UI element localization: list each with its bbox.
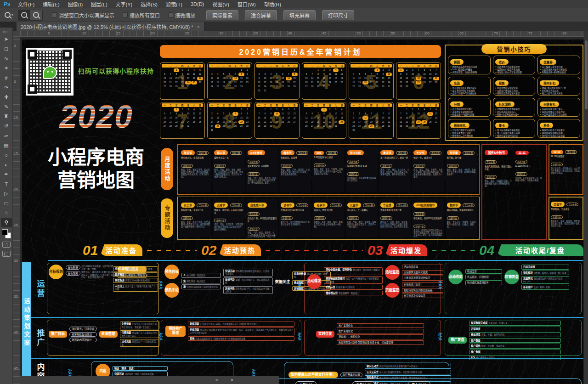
lane-arrow: ≫ ≫ ≫ <box>438 281 442 289</box>
screen-mode-button[interactable] <box>2 251 11 257</box>
promo-goal-list: 浅层曝光，引流获客老客持续互动激活激活站内沉默客户 <box>69 327 97 342</box>
options-button[interactable]: 填充屏幕 <box>283 10 316 20</box>
options-button[interactable]: 实际像素 <box>206 10 238 20</box>
tool-button[interactable]: ▭ <box>1 198 12 208</box>
tip-label: 分销 <box>450 102 464 107</box>
color-swatches[interactable] <box>2 229 11 238</box>
option-checkbox[interactable]: 调整窗口大小以满屏显示 <box>52 11 114 19</box>
event-label: 520 <box>314 151 324 155</box>
event-industry: 食品、美妆、日用品等，可借品牌用户推出'金鼠闹元宵'活动并衍生进行引流曝光。 <box>214 223 243 231</box>
phase-dashes <box>147 250 197 251</box>
menu-bar: Ps 文件(F)编辑(E)图像(I)图层(L)文字(Y)选择(S)滤镜(T)3D… <box>0 0 588 8</box>
mindmap-node: 渠道数据完成度有奖活动、行事记录 <box>469 321 561 326</box>
send-time-pill: 上午8:00 <box>295 381 317 384</box>
lane-arrow: ≫ ≫ ≫ <box>438 333 442 341</box>
option-checkbox[interactable]: 缩放所有窗口 <box>123 11 160 19</box>
event-card: 年中大促 活动主题 年中购好物 狂欢 6.18 适销行业 全品类普适，是年中优惠… <box>346 147 378 192</box>
tips-grid: 拼团 拼团商品选高性价比引流款2~3人成团成功率最高老带新裂变，快速拉新获客 砍… <box>448 56 580 138</box>
calendar-month: 一二三四五六日101234567891011121314151617181920… <box>302 102 347 139</box>
close-icon[interactable]: × <box>197 24 199 29</box>
tool-button[interactable]: ▷ <box>1 189 12 198</box>
menu-item[interactable]: 图像(I) <box>64 0 87 8</box>
vertical-scrollbar[interactable] <box>584 31 588 384</box>
send-time-pill: 晚上22:00 <box>408 381 431 384</box>
tip-line: 新客进店券+满减叠加玩法 <box>540 71 578 74</box>
send-time: 晚上22:00 全天曝光最高点 <box>405 381 434 384</box>
foreground-color-swatch[interactable] <box>2 229 8 235</box>
plan-list: 绘制生意图销售节奏 / 生意节奏 / 预算确定商品选品 / 定价 / 排期 / … <box>113 266 158 292</box>
menu-item[interactable]: 编辑(E) <box>39 0 64 8</box>
menu-item[interactable]: 文字(Y) <box>112 0 137 8</box>
tool-button[interactable]: ✒ <box>1 169 12 179</box>
close-icon[interactable]: × <box>231 378 233 383</box>
chevron-down-icon[interactable]: ▾ <box>11 13 13 17</box>
scrollbar-thumb[interactable] <box>585 40 588 109</box>
options-button[interactable]: 打印尺寸 <box>322 10 354 20</box>
menu-item[interactable]: 文件(F) <box>14 0 39 8</box>
menu-item[interactable]: 选择(S) <box>136 0 162 8</box>
zoom-tool-icon <box>5 12 11 18</box>
tool-button[interactable]: T <box>1 179 12 189</box>
zoom-in-button[interactable]: + <box>18 10 30 20</box>
industry-tag: 适销行业 <box>447 216 459 220</box>
mindmap-node: 提问互动式阅读与自己有关的文章题目每个人的天分。 <box>365 364 451 369</box>
checkbox-icon[interactable] <box>168 12 173 17</box>
tool-button[interactable]: ☝ <box>1 208 12 218</box>
watch1-list: 活动商品库存店铺整体流量转化效果主推商品流量及转化情况 <box>402 265 443 281</box>
tip-line: 秒杀后引导逛店沉淀流量 <box>540 135 578 137</box>
mindmap-node: 高打开率的标题 <box>340 373 363 377</box>
menu-item[interactable]: 帮助(H) <box>260 0 285 8</box>
tool-button[interactable]: ∿ <box>1 54 12 63</box>
event-industry: 鲜花、美妆、服饰、家居、数码等，可设置情人节专属礼盒，单身人群更需宠爱自己，情侣… <box>214 169 243 178</box>
menu-item[interactable]: 窗口(W) <box>233 0 260 8</box>
tool-button[interactable]: ♜ <box>1 112 12 121</box>
checkbox-icon[interactable] <box>123 12 128 17</box>
collapse-icon[interactable]: « <box>215 378 218 383</box>
event-label: 12.12 <box>551 150 563 154</box>
tip-card: 优惠券 券门槛要与客单价匹配大促前发放大额券引爆业绩新客进店券+满减叠加玩法 <box>537 56 580 74</box>
tool-button[interactable]: ▱ <box>1 131 12 141</box>
monthly-events: 年货节 活动主题 跨年嗨大礼，年货提前购 适销行业 食品、生鲜、家居百货等，结合… <box>177 144 480 195</box>
tool-button[interactable]: ◐ <box>1 160 12 169</box>
phase-dashes <box>432 250 476 251</box>
tool-button[interactable]: ◻ <box>1 44 12 54</box>
lane-arrow: ≫ ≫ ≫ <box>159 281 163 289</box>
tip-line: 好友助力砍价沉淀私域流量 <box>495 71 533 74</box>
menu-item[interactable]: 视图(V) <box>208 0 233 8</box>
mindmap-node: 社群运营社群传播 / 社群转化 <box>324 285 383 290</box>
zoom-out-button[interactable]: − <box>30 10 42 20</box>
menu-item[interactable]: 图层(L) <box>87 0 111 8</box>
event-label: 年货节 <box>181 150 195 155</box>
mindmap-node: 活动推广二维码优化 <box>337 334 424 339</box>
menu-item[interactable]: 滤镜(T) <box>162 0 187 8</box>
options-button[interactable]: 适合屏幕 <box>245 10 277 20</box>
tool-button[interactable]: ➤ <box>1 34 12 44</box>
tool-button[interactable]: ○ <box>1 150 12 160</box>
industry-tag: 适销行业 <box>551 215 563 219</box>
quick-mask-button[interactable] <box>2 242 11 248</box>
tool-button[interactable]: ✶ <box>1 63 12 73</box>
tip-card: 问答有礼 内容问答吸引用户参与奖品以优惠券引流品为宜中奖率设置要符合活动调性 <box>537 98 580 117</box>
industry-tag: 适销行业 <box>413 164 425 168</box>
tool-button[interactable]: # <box>1 73 12 83</box>
tool-button[interactable]: ✑ <box>1 83 12 92</box>
option-checkbox[interactable]: 细微缩放 <box>168 11 195 19</box>
document-canvas[interactable]: 扫码可以获得小程序扶持 2020 小程序电商 营销地图 2020营销日历&全年营… <box>22 40 583 384</box>
event-label: 夏凉节 <box>380 150 394 155</box>
tool-button[interactable]: ▤ <box>1 141 12 150</box>
phase-2-label: 活动预热 <box>219 244 261 256</box>
tool-button[interactable]: ✚ <box>1 92 12 102</box>
tool-button[interactable]: ⚲ <box>1 218 12 227</box>
menu-item[interactable]: 3D(D) <box>187 0 208 8</box>
tool-button[interactable]: ✎ <box>1 102 12 112</box>
document-tab[interactable]: 2020小程序电商营销地图.jpg @ 12.5% (扫码可以获得小程序扶持, … <box>17 22 204 31</box>
mindmap-node: 预估货源营销工具+仓储+物流+售后 <box>113 278 158 283</box>
phase-3-number: 03 <box>368 243 383 258</box>
wechat-icon <box>43 66 57 79</box>
toolbar-grip[interactable] <box>3 31 10 33</box>
tool-button[interactable]: ↺ <box>1 121 12 131</box>
checkbox-icon[interactable] <box>52 12 57 17</box>
checkbox-label: 调整窗口大小以满屏显示 <box>59 11 114 19</box>
event-card: 情人节 活动主题 爱你不止这一天 适销行业 鲜花、美妆、服饰、家居、数码等，可设… <box>213 147 244 192</box>
mindmap-node: 激活站内沉默客户 <box>69 338 97 342</box>
